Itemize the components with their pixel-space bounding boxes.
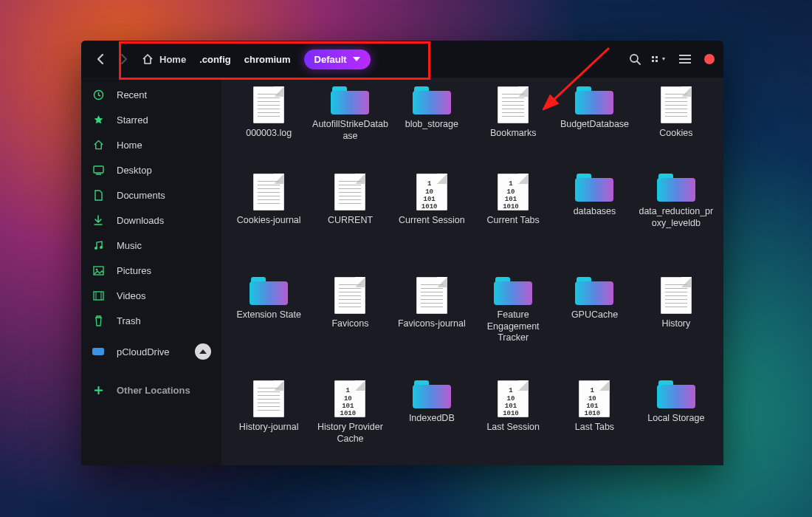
sidebar-item-starred[interactable]: Starred [81,107,221,132]
file-item[interactable]: data_reduction_proxy_leveldb [636,171,716,267]
sidebar-item-label: Desktop [117,165,152,176]
file-item[interactable]: CURRENT [310,171,390,267]
file-item[interactable]: AutofillStrikeDatabase [310,83,390,163]
sidebar-item-other-locations[interactable]: Other Locations [81,377,221,403]
breadcrumb-current[interactable]: Default [304,49,371,69]
folder-icon [413,86,451,114]
eject-button[interactable] [195,343,211,360]
nav-forward-button[interactable] [114,47,134,71]
svg-point-12 [94,247,97,250]
file-grid: 000003.logAutofillStrikeDatabaseblob_sto… [221,78,723,465]
file-label: Current Tabs [486,215,539,227]
file-item[interactable]: IndexedDB [392,377,472,465]
file-item[interactable]: BudgetDatabase [554,83,634,163]
file-item[interactable]: blob_storage [392,83,472,163]
file-label: Bookmarks [490,128,537,140]
svg-rect-5 [656,60,658,62]
breadcrumb-item-2[interactable]: chromium [244,54,291,65]
view-mode-button[interactable] [650,47,670,71]
folder-icon [575,174,613,202]
text-file-icon [253,174,284,210]
file-item[interactable]: Cookies [636,83,716,163]
file-item[interactable]: 1 10 101 1010Last Tabs [554,377,634,465]
file-label: data_reduction_proxy_leveldb [638,206,715,229]
file-label: Cookies-journal [237,215,301,227]
sidebar-item-music[interactable]: Music [81,233,221,258]
file-label: CURRENT [328,215,373,227]
file-item[interactable]: Favicons-journal [392,274,472,370]
file-label: databases [574,206,616,218]
file-label: History-journal [239,422,299,434]
text-file-icon [253,380,284,417]
breadcrumb: Home .config chromium Default [142,49,371,69]
file-label: blob_storage [405,119,458,131]
sidebar-item-videos[interactable]: Videos [81,283,221,308]
sidebar-item-documents[interactable]: Documents [81,182,221,208]
picture-icon [92,266,105,275]
file-item[interactable]: Feature Engagement Tracker [473,274,553,370]
file-item[interactable]: Extension State [229,274,309,370]
breadcrumb-home-label: Home [159,54,186,65]
file-label: Current Session [399,215,465,227]
file-item[interactable]: databases [554,171,634,267]
svg-rect-10 [94,166,103,173]
sidebar-item-trash[interactable]: Trash [81,308,221,333]
hamburger-menu-button[interactable] [675,47,695,71]
sidebar-item-pictures[interactable]: Pictures [81,258,221,283]
sidebar-item-pclouddrive[interactable]: pCloudDrive [81,339,221,364]
file-item[interactable]: Cookies-journal [229,171,309,267]
sidebar-item-recent[interactable]: Recent [81,82,221,107]
file-label: 000003.log [246,128,292,140]
file-item[interactable]: 1 10 101 1010Current Session [392,171,472,267]
file-label: GPUCache [571,309,618,321]
text-file-icon [253,86,284,123]
folder-icon [575,277,613,305]
file-label: IndexedDB [409,413,455,425]
sidebar-item-downloads[interactable]: Downloads [81,208,221,233]
svg-rect-4 [652,60,654,62]
folder-icon [657,380,695,408]
file-manager-window: Home .config chromium Default [81,41,723,465]
file-label: Favicons-journal [398,318,466,330]
file-item[interactable]: History-journal [229,377,309,465]
sidebar-item-home[interactable]: Home [81,132,221,157]
search-button[interactable] [625,47,645,71]
text-file-icon [498,86,529,123]
svg-point-15 [95,268,97,270]
file-item[interactable]: 1 10 101 1010Last Session [473,377,553,465]
chevron-down-icon [353,57,360,61]
sidebar-item-label: Home [117,140,142,151]
close-button[interactable] [704,54,715,64]
svg-line-1 [637,61,640,64]
desktop-icon [92,165,105,175]
file-item[interactable]: Bookmarks [473,83,553,163]
drive-icon [92,348,105,355]
breadcrumb-home[interactable]: Home [142,54,186,65]
file-item[interactable]: History [636,274,716,370]
file-item[interactable]: 1 10 101 1010Current Tabs [473,171,553,267]
folder-icon [331,86,369,114]
sidebar-item-label: Documents [117,190,165,201]
file-item[interactable]: Favicons [310,274,390,370]
titlebar: Home .config chromium Default [81,41,723,78]
home-icon [92,140,105,150]
folder-icon [494,277,532,305]
sidebar-item-desktop[interactable]: Desktop [81,157,221,182]
file-item[interactable]: 1 10 101 1010History Provider Cache [310,377,390,465]
file-item[interactable]: Local Storage [636,377,716,465]
nav-back-button[interactable] [90,47,111,71]
file-label: Local Storage [647,413,704,425]
folder-icon [250,277,288,305]
file-label: Favicons [331,318,368,330]
text-file-icon [334,174,365,210]
sidebar-item-label: Videos [117,290,146,301]
breadcrumb-item-1[interactable]: .config [199,54,231,65]
binary-file-icon: 1 10 101 1010 [334,380,365,417]
file-item[interactable]: 000003.log [229,83,309,163]
file-icon [92,190,105,201]
file-item[interactable]: GPUCache [554,274,634,370]
file-label: BudgetDatabase [560,119,629,131]
sidebar: Recent Starred Home Desktop [81,78,221,465]
sidebar-item-label: Recent [117,89,147,100]
sidebar-item-label: Downloads [117,215,164,226]
